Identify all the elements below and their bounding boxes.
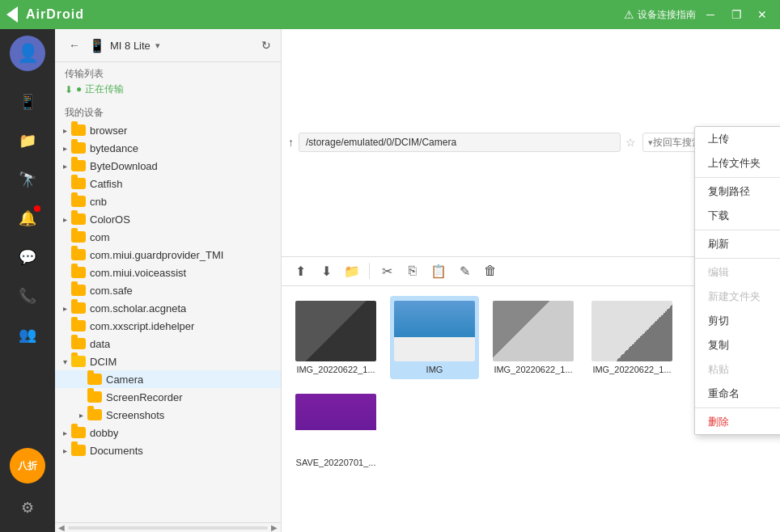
sidebar-item-remote[interactable]: 🔭	[10, 162, 45, 197]
file-item[interactable]: IMG_20220622_1...	[291, 296, 380, 379]
folder-icon	[71, 160, 86, 171]
tree-item-label: com.xxscript.idehelper	[90, 320, 194, 332]
context-menu-item-剪切[interactable]: 剪切Ctrl+X	[695, 309, 780, 333]
tree-expand-icon[interactable]: ▸	[74, 408, 87, 421]
tree-expand-icon[interactable]: ▸	[58, 159, 71, 172]
scroll-right-arrow[interactable]: ▶	[271, 523, 278, 532]
delete-button[interactable]: 🗑	[478, 260, 502, 282]
tree-expand-icon[interactable]	[74, 391, 87, 403]
context-menu-item-下载[interactable]: 下载	[695, 204, 780, 228]
tree-expand-icon[interactable]	[58, 266, 71, 279]
folder-icon	[71, 356, 86, 367]
file-thumbnail	[394, 301, 475, 361]
tree-expand-icon[interactable]: ▾	[58, 355, 71, 368]
tree-item-bytedance[interactable]: ▸bytedance	[55, 139, 281, 157]
tree-expand-icon[interactable]	[58, 284, 71, 297]
minimize-button[interactable]: ─	[699, 3, 722, 26]
paste-button[interactable]: 📋	[426, 260, 451, 282]
avatar[interactable]: 👤	[10, 36, 45, 71]
context-menu-item-删除[interactable]: 删除Delete	[695, 410, 780, 434]
context-menu-item-label: 上传	[708, 132, 729, 146]
tree-item-dobby[interactable]: ▸dobby	[55, 424, 281, 441]
tree-expand-icon[interactable]: ▸	[58, 124, 71, 137]
add-folder-button[interactable]: 📁	[340, 260, 364, 282]
contacts-icon: 👥	[19, 326, 36, 344]
folder-icon	[71, 445, 86, 456]
sidebar-item-messages[interactable]: 💬	[10, 239, 45, 275]
scroll-left-arrow[interactable]: ◀	[58, 523, 65, 532]
sidebar-item-transfer[interactable]: 📁	[10, 123, 45, 158]
tree-item-label: ScreenRecorder	[106, 391, 183, 403]
tree-item-browser[interactable]: ▸browser	[55, 121, 281, 139]
tree-item-com-miui-guardprovider-tmi[interactable]: com.miui.guardprovider_TMI	[55, 246, 281, 264]
tree-item-camera[interactable]: Camera	[55, 370, 281, 388]
file-item[interactable]: IMG	[390, 296, 479, 379]
horizontal-scrollbar[interactable]: ◀ ▶	[55, 522, 281, 532]
transferring-label: ⬇ ● 正在传输	[65, 81, 271, 98]
tree-item-com-safe[interactable]: com.safe	[55, 281, 281, 299]
tree-item-com-xxscript-idehelper[interactable]: com.xxscript.idehelper	[55, 317, 281, 335]
tree-item-dcim[interactable]: ▾DCIM	[55, 353, 281, 370]
tree-item-com[interactable]: com	[55, 228, 281, 246]
settings-button[interactable]: ⚙	[10, 490, 45, 526]
download-button[interactable]: ⬇	[314, 260, 338, 282]
upload-button[interactable]: ⬆	[288, 260, 312, 282]
tree-item-screenshots[interactable]: ▸Screenshots	[55, 406, 281, 424]
promo-badge[interactable]: 八折	[10, 448, 45, 483]
rename-button[interactable]: ✎	[452, 260, 477, 282]
file-item[interactable]: IMG_20220622_1...	[587, 296, 676, 379]
device-guide-label[interactable]: ⚠ 设备连接指南	[624, 8, 696, 22]
tree-item-coloros[interactable]: ▸ColorOS	[55, 210, 281, 228]
path-display[interactable]: /storage/emulated/0/DCIM/Camera	[299, 133, 621, 152]
back-button[interactable]: ←	[65, 36, 84, 55]
device-dropdown-icon[interactable]: ▾	[155, 40, 160, 51]
file-thumbnail	[591, 301, 672, 361]
tree-expand-icon[interactable]	[58, 319, 71, 332]
context-menu-item-上传文件夹[interactable]: 上传文件夹	[695, 151, 780, 175]
sidebar-item-calls[interactable]: 📞	[10, 278, 45, 314]
context-menu-item-复制路径[interactable]: 复制路径	[695, 179, 780, 204]
bookmark-button[interactable]: ☆	[625, 136, 636, 149]
file-item[interactable]: SAVE_20220701_...	[291, 389, 380, 472]
sidebar-item-notifications[interactable]: 🔔	[10, 201, 45, 236]
tree-expand-icon[interactable]	[58, 248, 71, 261]
restore-button[interactable]: ❐	[725, 3, 748, 26]
tree-expand-icon[interactable]	[58, 230, 71, 243]
binoculars-icon: 🔭	[19, 171, 36, 188]
cut-button[interactable]: ✂	[375, 260, 399, 282]
tree-expand-icon[interactable]	[58, 177, 71, 190]
tree-expand-icon[interactable]: ▸	[58, 141, 71, 154]
file-tree-header: ← 📱 MI 8 Lite ▾ ↻	[55, 29, 281, 62]
tree-refresh-button[interactable]: ↻	[261, 39, 271, 52]
file-tree-scroll[interactable]: ▸browser▸bytedance▸ByteDownloadCatfishcn…	[55, 121, 281, 522]
context-menu-item-重命名[interactable]: 重命名F2	[695, 382, 780, 406]
context-menu-item-刷新[interactable]: 刷新F5	[695, 232, 780, 256]
tree-item-documents[interactable]: ▸Documents	[55, 441, 281, 459]
file-item[interactable]: IMG_20220622_1...	[489, 296, 578, 379]
navigate-up-button[interactable]: ↑	[288, 136, 294, 149]
tree-item-screenrecorder[interactable]: ScreenRecorder	[55, 388, 281, 406]
tree-item-com-scholar-acgneta[interactable]: ▸com.scholar.acgneta	[55, 299, 281, 317]
tree-expand-icon[interactable]	[74, 373, 87, 386]
copy-button[interactable]: ⎘	[401, 260, 425, 282]
sidebar-item-contacts[interactable]: 👥	[10, 317, 45, 353]
tree-item-catfish[interactable]: Catfish	[55, 175, 281, 192]
tree-expand-icon[interactable]: ▸	[58, 302, 71, 315]
context-menu-item-上传[interactable]: 上传	[695, 127, 780, 151]
context-menu-item-复制[interactable]: 复制Ctrl+C	[695, 333, 780, 357]
device-icon: 📱	[89, 38, 105, 53]
tree-expand-icon[interactable]	[58, 195, 71, 208]
tree-expand-icon[interactable]	[58, 337, 71, 350]
tree-expand-icon[interactable]: ▸	[58, 213, 71, 226]
tree-expand-icon[interactable]: ▸	[58, 426, 71, 439]
tree-expand-icon[interactable]: ▸	[58, 444, 71, 457]
file-transfer-icon: 📁	[19, 132, 36, 150]
tree-item-data[interactable]: data	[55, 335, 281, 353]
sidebar-item-phone[interactable]: 📱	[10, 84, 45, 120]
close-button[interactable]: ✕	[751, 3, 774, 26]
tree-item-label: data	[90, 338, 110, 350]
tree-item-bytedownload[interactable]: ▸ByteDownload	[55, 157, 281, 175]
tree-item-com-miui-voiceassist[interactable]: com.miui.voiceassist	[55, 264, 281, 281]
message-icon: 💬	[19, 248, 36, 266]
tree-item-cnb[interactable]: cnb	[55, 192, 281, 210]
